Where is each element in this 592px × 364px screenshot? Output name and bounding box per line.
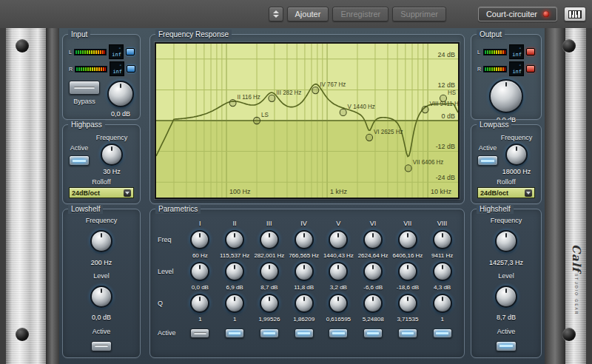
- output-gain-knob[interactable]: [489, 79, 523, 113]
- delete-preset-button[interactable]: Supprimer: [392, 7, 446, 21]
- highshelf-frequency-knob[interactable]: [495, 230, 517, 252]
- band-q-knob[interactable]: [295, 294, 314, 313]
- band-level-knob[interactable]: [398, 262, 417, 281]
- band-q-knob[interactable]: [225, 294, 244, 313]
- channel-led-button[interactable]: [526, 65, 535, 73]
- band-q-knob[interactable]: [260, 294, 279, 313]
- band-numeral: IV: [300, 220, 307, 227]
- frequency-response-title: Frequency Response: [155, 30, 232, 39]
- band-freq-knob[interactable]: [190, 230, 209, 249]
- highpass-section: Highpass Active Frequency 30 Hz Rolloff …: [62, 124, 141, 204]
- piano-keyboard-icon: [568, 10, 582, 18]
- lowpass-frequency-knob[interactable]: [505, 144, 528, 166]
- band-level-value: 8,7 dB: [260, 284, 278, 291]
- freq-row-label: Freq: [158, 236, 172, 243]
- output-section: Output L -inf R -inf 0,0 dB: [471, 34, 542, 120]
- input-gain-value: 0,0 dB: [111, 110, 130, 118]
- eq-curve-graph[interactable]: II 116 HzIII 282 HzIV 767 HzV 1440 HzVI …: [156, 44, 458, 198]
- band-level-knob[interactable]: [363, 262, 383, 281]
- highpass-frequency-knob[interactable]: [101, 144, 123, 166]
- band-active-button[interactable]: [190, 328, 209, 338]
- frequency-response-section: Frequency Response II 116 HzIII 282 HzIV…: [149, 34, 465, 204]
- band-level-knob[interactable]: [433, 262, 452, 281]
- channel-led-button[interactable]: [126, 48, 135, 55]
- svg-text:1 kHz: 1 kHz: [330, 188, 347, 195]
- save-preset-button[interactable]: Enregistrer: [332, 7, 388, 21]
- highshelf-level-value: 8,7 dB: [497, 314, 516, 321]
- highshelf-section-title: Highshelf: [477, 204, 514, 214]
- q-row-label: Q: [158, 300, 163, 307]
- band-freq-value: 6406,16 Hz: [392, 252, 423, 259]
- band-active-button[interactable]: [295, 328, 314, 338]
- band-q-knob[interactable]: [329, 294, 348, 313]
- channel-led-button[interactable]: [127, 65, 135, 73]
- input-meter-row-right: R -inf: [69, 61, 134, 76]
- highshelf-section: Highshelf Frequency 14257,3 Hz Level 8,7…: [471, 209, 542, 358]
- svg-text:24 dB: 24 dB: [438, 51, 455, 58]
- svg-text:HS: HS: [448, 90, 457, 96]
- input-gain-knob[interactable]: [107, 81, 134, 107]
- svg-text:VII 6406 Hz: VII 6406 Hz: [413, 159, 444, 166]
- lowshelf-active-button[interactable]: [91, 341, 112, 351]
- lowshelf-level-value: 0,0 dB: [92, 314, 111, 321]
- parametric-band-VI: VI2624,64 Hz-6,6 dB5,24808: [356, 218, 391, 354]
- band-q-knob[interactable]: [190, 294, 209, 313]
- parametric-band-VIII: VIII9411 Hz4,3 dB1: [425, 218, 460, 354]
- band-q-knob[interactable]: [398, 294, 417, 313]
- band-active-button[interactable]: [363, 328, 383, 338]
- parametric-band-II: II115,537 Hz6,9 dB1: [218, 218, 252, 354]
- svg-text:0 dB: 0 dB: [442, 112, 455, 120]
- band-q-knob[interactable]: [433, 294, 452, 313]
- band-freq-value: 115,537 Hz: [220, 252, 249, 259]
- band-active-button[interactable]: [260, 328, 279, 338]
- band-freq-knob[interactable]: [225, 230, 244, 249]
- highpass-active-button[interactable]: [69, 155, 90, 166]
- meter-value: -inf: [110, 61, 124, 76]
- band-q-value: 1,99526: [258, 316, 280, 323]
- input-bypass-button[interactable]: [69, 81, 100, 95]
- band-freq-knob[interactable]: [295, 230, 314, 249]
- bypass-button-label: Court-circuiter: [486, 10, 537, 18]
- band-freq-knob[interactable]: [329, 230, 348, 249]
- band-active-button[interactable]: [225, 328, 244, 338]
- band-active-button[interactable]: [433, 328, 452, 338]
- lowshelf-level-knob[interactable]: [90, 286, 112, 308]
- preset-spinner-button[interactable]: [269, 7, 283, 21]
- calf-logo-name: Calf: [570, 244, 583, 272]
- lowpass-active-button[interactable]: [477, 155, 498, 166]
- highshelf-level-knob[interactable]: [495, 286, 517, 308]
- channel-led-button[interactable]: [526, 48, 535, 55]
- band-level-knob[interactable]: [225, 262, 244, 281]
- band-q-value: 1,86209: [293, 316, 314, 323]
- band-freq-knob[interactable]: [363, 230, 383, 249]
- frequency-response-plot[interactable]: II 116 HzIII 282 HzIV 767 HzV 1440 HzVI …: [155, 42, 460, 199]
- parametrics-section: Parametrics Freq Level Q Active I60 Hz0,…: [149, 209, 465, 358]
- lowpass-rolloff-select[interactable]: 24dB/oct: [477, 187, 535, 198]
- band-active-button[interactable]: [398, 328, 417, 338]
- band-active-button[interactable]: [329, 328, 348, 338]
- lowshelf-active-label: Active: [92, 328, 111, 335]
- midi-keyboard-button[interactable]: [564, 7, 586, 21]
- band-level-knob[interactable]: [329, 262, 348, 281]
- band-freq-value: 1440,43 Hz: [323, 252, 354, 259]
- svg-text:100 Hz: 100 Hz: [229, 188, 251, 195]
- band-q-value: 1: [233, 316, 236, 323]
- band-level-knob[interactable]: [190, 262, 209, 281]
- band-level-knob[interactable]: [260, 262, 279, 281]
- input-meter-row-left: L -inf: [69, 44, 134, 59]
- highshelf-active-button[interactable]: [496, 341, 517, 351]
- bypass-toggle-button[interactable]: Court-circuiter: [478, 7, 557, 21]
- band-freq-knob[interactable]: [433, 230, 452, 249]
- highpass-rolloff-select[interactable]: 24dB/oct: [69, 187, 134, 198]
- add-preset-button[interactable]: Ajouter: [287, 7, 329, 21]
- svg-text:V 1440 Hz: V 1440 Hz: [348, 104, 375, 110]
- band-level-knob[interactable]: [295, 262, 314, 281]
- lowshelf-frequency-knob[interactable]: [90, 230, 112, 252]
- band-q-knob[interactable]: [363, 294, 383, 313]
- rack-bevel-right: [545, 28, 565, 364]
- lowpass-frequency-label: Frequency: [501, 134, 533, 141]
- band-freq-knob[interactable]: [260, 230, 279, 249]
- lowpass-section-title: Lowpass: [477, 120, 511, 129]
- screw-icon: [16, 39, 29, 53]
- band-freq-knob[interactable]: [398, 230, 417, 249]
